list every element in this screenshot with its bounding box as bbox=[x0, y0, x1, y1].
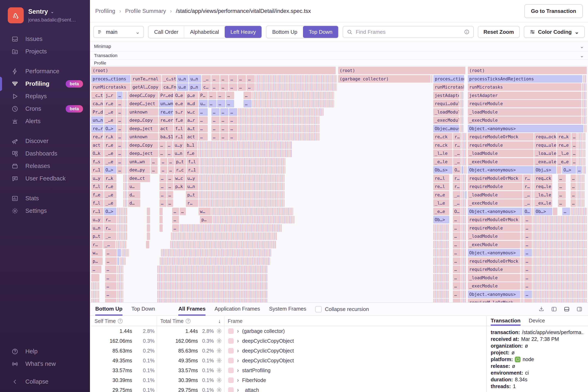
flame-frame[interactable]: u…y bbox=[91, 216, 103, 224]
flame-frame[interactable] bbox=[123, 108, 127, 116]
collapse-recursion-checkbox[interactable]: Collapse recursion bbox=[315, 306, 369, 312]
flame-frame[interactable]: … bbox=[105, 299, 117, 302]
thread-select[interactable]: main ⌄ bbox=[93, 26, 144, 38]
flame-frame[interactable]: Pr…d bbox=[91, 108, 103, 116]
flame-frame[interactable] bbox=[252, 100, 334, 108]
flame-frame[interactable]: act bbox=[186, 133, 198, 140]
flame-frame[interactable] bbox=[461, 241, 467, 248]
flame-frame[interactable] bbox=[123, 100, 127, 108]
flame-frame[interactable] bbox=[147, 208, 150, 215]
flame-frame[interactable] bbox=[91, 290, 99, 298]
flame-frame[interactable] bbox=[170, 241, 277, 248]
flame-frame[interactable] bbox=[533, 249, 587, 256]
flame-frame[interactable]: … bbox=[524, 232, 532, 240]
flame-frame[interactable]: Object.<anonymous> bbox=[468, 290, 520, 298]
flame-frame[interactable]: … bbox=[571, 183, 576, 190]
flame-frame[interactable] bbox=[521, 224, 524, 232]
flame-frame[interactable]: dee…py bbox=[128, 166, 150, 174]
flame-frame[interactable]: _… bbox=[453, 199, 461, 207]
flame-frame[interactable]: r… bbox=[523, 174, 531, 182]
expand-chevron-icon[interactable]: › bbox=[237, 338, 239, 344]
flame-frame[interactable]: r…1 bbox=[187, 166, 199, 174]
flame-frame[interactable] bbox=[159, 224, 163, 232]
sort-alphabetical-button[interactable]: Alphabetical bbox=[184, 26, 225, 38]
flame-frame[interactable]: requireModuleOrMock bbox=[468, 258, 520, 265]
flame-frame[interactable] bbox=[123, 150, 127, 157]
sidebar-item-settings[interactable]: Settings bbox=[0, 204, 90, 217]
flame-frame[interactable]: … bbox=[166, 150, 173, 157]
flame-frame[interactable] bbox=[532, 208, 534, 215]
flame-frame[interactable]: … bbox=[244, 92, 252, 99]
flame-frame[interactable] bbox=[577, 141, 586, 149]
flame-frame[interactable]: (root) bbox=[338, 67, 465, 74]
flame-frame[interactable]: r…c bbox=[175, 166, 186, 174]
flame-frame[interactable]: requireModule bbox=[468, 266, 520, 273]
flame-frame[interactable]: re…e bbox=[557, 141, 571, 149]
flame-frame[interactable] bbox=[117, 249, 121, 256]
flame-frame[interactable]: p…k bbox=[174, 183, 185, 190]
flame-frame[interactable] bbox=[533, 274, 587, 282]
flame-frame[interactable]: … bbox=[159, 141, 166, 149]
flame-frame[interactable] bbox=[521, 232, 524, 240]
flame-frame[interactable]: … bbox=[159, 150, 166, 157]
sidebar-item-dashboards[interactable]: Dashboards bbox=[0, 147, 90, 160]
flame-frame[interactable]: … bbox=[211, 133, 220, 140]
flame-frame[interactable] bbox=[433, 249, 449, 256]
tab-bottom-up[interactable]: Bottom Up bbox=[95, 302, 122, 316]
flame-frame[interactable] bbox=[583, 75, 587, 83]
flame-frame[interactable] bbox=[199, 174, 285, 182]
flame-frame[interactable] bbox=[460, 100, 464, 108]
flame-frame[interactable]: (garbage collector) bbox=[338, 75, 431, 83]
flame-frame[interactable] bbox=[431, 75, 433, 83]
flame-frame[interactable]: deepC…Copy bbox=[128, 92, 158, 99]
flame-frame[interactable] bbox=[123, 125, 127, 132]
flame-frame[interactable]: … bbox=[180, 208, 186, 215]
flame-frame[interactable]: _…e bbox=[104, 191, 116, 199]
flame-frame[interactable]: … bbox=[229, 116, 237, 124]
flame-frame[interactable] bbox=[533, 282, 587, 290]
flame-frame[interactable]: _e…e bbox=[433, 208, 449, 215]
flame-frame[interactable]: … bbox=[159, 199, 166, 207]
flame-frame[interactable]: … bbox=[199, 108, 208, 116]
sidebar-item-issues[interactable]: Issues bbox=[0, 33, 90, 45]
flame-frame[interactable]: … bbox=[220, 83, 228, 91]
flame-frame[interactable]: p…t bbox=[175, 158, 186, 166]
flame-frame[interactable] bbox=[117, 258, 119, 265]
flame-frame[interactable] bbox=[557, 166, 562, 174]
flame-frame[interactable]: … bbox=[105, 274, 117, 282]
flame-frame[interactable]: act bbox=[159, 125, 173, 132]
flame-frame[interactable]: … bbox=[168, 158, 174, 166]
flame-frame[interactable] bbox=[123, 92, 127, 99]
flame-frame[interactable]: _loadModule bbox=[468, 232, 520, 240]
flame-frame[interactable] bbox=[582, 92, 587, 99]
flame-frame[interactable]: _loa…ule bbox=[534, 150, 556, 157]
flame-frame[interactable] bbox=[461, 208, 467, 215]
flame-frame[interactable] bbox=[157, 274, 268, 282]
flame-frame[interactable]: … bbox=[167, 191, 173, 199]
flame-frame[interactable]: … bbox=[229, 75, 237, 83]
table-row[interactable]: 162.06ms0.3%162.06ms0.3%›deepCyclicCopyO… bbox=[91, 336, 486, 346]
flame-frame[interactable]: O…> bbox=[104, 125, 116, 132]
flame-frame[interactable]: processTicksAndRejections bbox=[468, 75, 582, 83]
flame-frame[interactable] bbox=[117, 216, 127, 224]
flame-frame[interactable] bbox=[533, 216, 587, 224]
flame-frame[interactable] bbox=[461, 133, 467, 140]
flame-frame[interactable] bbox=[460, 125, 464, 132]
flame-frame[interactable] bbox=[160, 258, 270, 265]
flame-frame[interactable]: … bbox=[151, 158, 158, 166]
flame-frame[interactable]: O…k bbox=[91, 150, 103, 157]
flame-frame[interactable] bbox=[238, 108, 324, 116]
flame-frame[interactable] bbox=[200, 166, 286, 174]
flame-frame[interactable] bbox=[433, 299, 449, 302]
flame-frame[interactable]: p…n bbox=[189, 83, 201, 91]
flame-frame[interactable]: requireModule bbox=[468, 141, 534, 149]
flame-frame[interactable] bbox=[461, 224, 467, 232]
flame-frame[interactable]: … bbox=[220, 133, 228, 140]
flame-frame[interactable]: ba…$1 bbox=[159, 133, 173, 140]
flame-frame[interactable] bbox=[464, 166, 467, 174]
flame-frame[interactable] bbox=[582, 100, 587, 108]
flame-frame[interactable]: b…1 bbox=[185, 141, 198, 149]
expand-chevron-icon[interactable]: › bbox=[237, 357, 239, 364]
flame-frame[interactable]: … bbox=[453, 258, 461, 265]
flame-frame[interactable] bbox=[91, 274, 99, 282]
